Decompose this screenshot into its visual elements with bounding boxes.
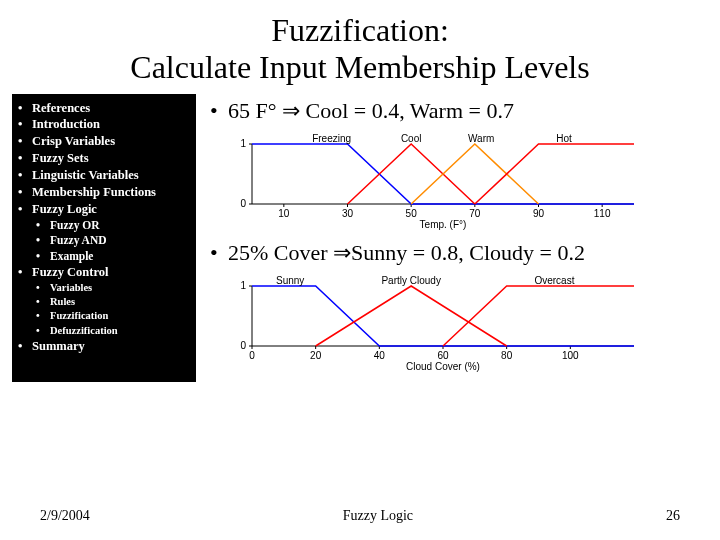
svg-text:20: 20 <box>310 350 322 361</box>
svg-text:1: 1 <box>240 138 246 149</box>
svg-text:60: 60 <box>437 350 449 361</box>
outline-item: •Introduction <box>18 116 190 133</box>
svg-text:1: 1 <box>240 280 246 291</box>
outline-subitem: •Defuzzification <box>18 324 190 338</box>
slide-title: Fuzzification: Calculate Input Membershi… <box>0 0 720 94</box>
svg-text:10: 10 <box>278 208 290 219</box>
bullet-2-post: Sunny = 0.8, Cloudy = 0.2 <box>351 240 585 265</box>
svg-text:Warm: Warm <box>468 133 494 144</box>
svg-text:Overcast: Overcast <box>534 275 574 286</box>
implies-icon: ⇒ <box>282 98 300 123</box>
bullet-icon: • <box>210 98 228 124</box>
svg-text:90: 90 <box>533 208 545 219</box>
outline-item: •Summary <box>18 338 190 355</box>
outline-item: •Fuzzy Logic <box>18 201 190 218</box>
svg-text:0: 0 <box>240 198 246 209</box>
title-line-2: Calculate Input Membership Levels <box>130 49 589 85</box>
svg-text:Hot: Hot <box>556 133 572 144</box>
outline-item: •Fuzzy Control <box>18 264 190 281</box>
svg-text:Sunny: Sunny <box>276 275 304 286</box>
temperature-chart: 011030507090110FreezingCoolWarmHotTemp. … <box>224 130 698 230</box>
outline-subitem: •Fuzzy OR <box>18 218 190 234</box>
svg-text:Freezing: Freezing <box>312 133 351 144</box>
outline-subitem: •Variables <box>18 281 190 295</box>
bullet-1: • 65 F° ⇒ Cool = 0.4, Warm = 0.7 <box>210 98 698 124</box>
svg-text:0: 0 <box>240 340 246 351</box>
svg-text:30: 30 <box>342 208 354 219</box>
cloud-cover-chart: 01020406080100SunnyPartly CloudyOvercast… <box>224 272 698 372</box>
bullet-2-pre: 25% Cover <box>228 240 333 265</box>
main-content: • 65 F° ⇒ Cool = 0.4, Warm = 0.7 0110305… <box>196 94 708 382</box>
slide-footer: 2/9/2004 Fuzzy Logic 26 <box>0 508 720 524</box>
outline-subitem: •Example <box>18 249 190 265</box>
bullet-2: • 25% Cover ⇒Sunny = 0.8, Cloudy = 0.2 <box>210 240 698 266</box>
outline-sidebar: •References •Introduction •Crisp Variabl… <box>12 94 196 382</box>
outline-subitem: •Fuzzification <box>18 309 190 323</box>
outline-item: •Membership Functions <box>18 184 190 201</box>
svg-text:80: 80 <box>501 350 513 361</box>
outline-item: •Crisp Variables <box>18 133 190 150</box>
svg-text:Temp. (F°): Temp. (F°) <box>420 219 467 230</box>
svg-text:50: 50 <box>406 208 418 219</box>
bullet-icon: • <box>210 240 228 266</box>
outline-subitem: •Rules <box>18 295 190 309</box>
svg-text:100: 100 <box>562 350 579 361</box>
svg-text:0: 0 <box>249 350 255 361</box>
svg-text:Cool: Cool <box>401 133 422 144</box>
outline-subitem: •Fuzzy AND <box>18 233 190 249</box>
outline-item: •References <box>18 100 190 117</box>
svg-text:Cloud Cover (%): Cloud Cover (%) <box>406 361 480 372</box>
svg-text:70: 70 <box>469 208 481 219</box>
footer-title: Fuzzy Logic <box>343 508 413 524</box>
title-line-1: Fuzzification: <box>271 12 449 48</box>
content-row: •References •Introduction •Crisp Variabl… <box>0 94 720 382</box>
outline-item: •Linguistic Variables <box>18 167 190 184</box>
footer-date: 2/9/2004 <box>40 508 90 524</box>
implies-icon: ⇒ <box>333 240 351 265</box>
svg-text:Partly Cloudy: Partly Cloudy <box>381 275 440 286</box>
svg-text:40: 40 <box>374 350 386 361</box>
bullet-1-post: Cool = 0.4, Warm = 0.7 <box>300 98 514 123</box>
footer-page: 26 <box>666 508 680 524</box>
bullet-1-pre: 65 F° <box>228 98 282 123</box>
outline-item: •Fuzzy Sets <box>18 150 190 167</box>
outline-list: •References •Introduction •Crisp Variabl… <box>18 100 190 355</box>
svg-text:110: 110 <box>594 208 611 219</box>
